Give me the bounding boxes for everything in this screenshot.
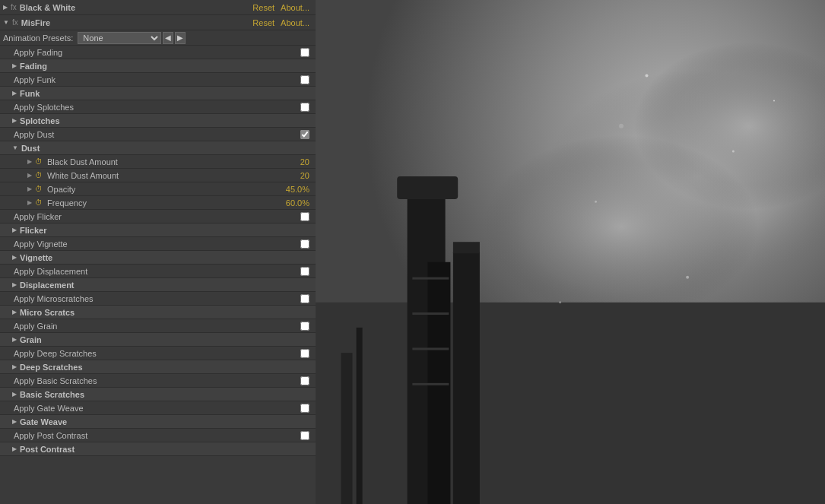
svg-point-3	[484, 135, 758, 318]
apply-dust-row: Apply Dust	[0, 128, 316, 141]
vignette-label: Vignette	[20, 253, 52, 262]
basic-scratches-expand-icon: ▶	[12, 391, 17, 398]
apply-microscratches-checkbox-cell[interactable]	[297, 294, 313, 303]
misfire-about[interactable]: About...	[278, 18, 313, 27]
svg-point-19	[686, 276, 689, 279]
black-dust-amount-label: Black Dust Amount	[46, 157, 274, 166]
effects-panel[interactable]: ▶ fx Black & White Reset About... ▼ fx M…	[0, 0, 316, 504]
apply-funk-checkbox-cell[interactable]	[297, 75, 313, 84]
grain-section[interactable]: ▶ Grain	[0, 333, 316, 347]
apply-post-contrast-row: Apply Post Contrast	[0, 429, 316, 442]
apply-dust-checkbox-cell[interactable]	[297, 130, 313, 139]
splotches-label: Splotches	[20, 116, 60, 125]
apply-dust-checkbox[interactable]	[300, 130, 309, 139]
apply-gate-weave-checkbox-cell[interactable]	[297, 404, 313, 413]
apply-deep-scratches-checkbox[interactable]	[300, 349, 309, 358]
displacement-expand-icon: ▶	[12, 281, 17, 288]
apply-post-contrast-label: Apply Post Contrast	[12, 431, 297, 440]
apply-gate-weave-checkbox[interactable]	[300, 404, 309, 413]
apply-splotches-label: Apply Splotches	[12, 103, 297, 112]
apply-fading-row: Apply Fading	[0, 46, 316, 59]
opacity-expand-icon[interactable]: ▶	[27, 185, 32, 192]
misfire-label: MisFire	[21, 18, 51, 27]
fading-label: Fading	[20, 62, 47, 71]
apply-vignette-checkbox-cell[interactable]	[297, 239, 313, 249]
apply-gate-weave-label: Apply Gate Weave	[12, 404, 297, 413]
apply-displacement-checkbox[interactable]	[300, 267, 309, 276]
basic-scratches-section[interactable]: ▶ Basic Scratches	[0, 388, 316, 401]
funk-label: Funk	[20, 89, 40, 98]
apply-vignette-checkbox[interactable]	[300, 239, 309, 249]
fading-section[interactable]: ▶ Fading	[0, 59, 316, 73]
black-dust-amount-value: 20	[274, 157, 313, 166]
apply-deep-scratches-row: Apply Deep Scratches	[0, 347, 316, 360]
apply-splotches-row: Apply Splotches	[0, 100, 316, 114]
black-white-reset[interactable]: Reset	[249, 3, 278, 12]
post-contrast-label: Post Contrast	[20, 445, 75, 454]
svg-rect-10	[412, 347, 449, 350]
apply-flicker-checkbox[interactable]	[300, 212, 309, 221]
white-dust-clock-icon[interactable]: ⏱	[34, 171, 43, 180]
deep-scratches-section[interactable]: ▶ Deep Scratches	[0, 360, 316, 374]
vignette-section[interactable]: ▶ Vignette	[0, 251, 316, 265]
misfire-reset[interactable]: Reset	[249, 18, 278, 27]
splotches-section[interactable]: ▶ Splotches	[0, 114, 316, 128]
frequency-expand-icon[interactable]: ▶	[27, 199, 32, 206]
presets-prev-btn[interactable]: ◀	[163, 32, 173, 44]
opacity-clock-icon[interactable]: ⏱	[34, 185, 43, 194]
micro-scratches-section[interactable]: ▶ Micro Scratcs	[0, 306, 316, 319]
apply-fading-checkbox[interactable]	[300, 48, 309, 57]
apply-grain-checkbox-cell[interactable]	[297, 322, 313, 331]
funk-section[interactable]: ▶ Funk	[0, 87, 316, 100]
apply-splotches-checkbox[interactable]	[300, 103, 309, 112]
apply-microscratches-label: Apply Microscratches	[12, 294, 297, 303]
gate-weave-section[interactable]: ▶ Gate Weave	[0, 415, 316, 429]
post-contrast-section[interactable]: ▶ Post Contrast	[0, 442, 316, 456]
black-white-fx-tag: fx	[11, 3, 17, 11]
white-dust-expand-icon[interactable]: ▶	[27, 172, 32, 179]
apply-post-contrast-checkbox-cell[interactable]	[297, 431, 313, 440]
svg-rect-4	[316, 303, 825, 504]
white-dust-amount-label: White Dust Amount	[46, 171, 274, 180]
frequency-label: Frequency	[46, 198, 274, 208]
black-white-about[interactable]: About...	[278, 3, 313, 12]
opacity-label: Opacity	[46, 185, 274, 194]
svg-rect-14	[341, 353, 353, 504]
dust-section[interactable]: ▼ Dust	[0, 141, 316, 155]
black-dust-expand-icon[interactable]: ▶	[27, 158, 32, 165]
apply-microscratches-checkbox[interactable]	[300, 294, 309, 303]
apply-flicker-checkbox-cell[interactable]	[297, 212, 313, 221]
apply-post-contrast-checkbox[interactable]	[300, 431, 309, 440]
apply-grain-checkbox[interactable]	[300, 322, 309, 331]
svg-rect-15	[357, 328, 363, 504]
svg-point-20	[773, 100, 775, 102]
frequency-clock-icon[interactable]: ⏱	[34, 198, 43, 208]
apply-vignette-row: Apply Vignette	[0, 237, 316, 251]
svg-point-16	[646, 74, 649, 77]
presets-next-btn[interactable]: ▶	[175, 32, 186, 44]
black-dust-clock-icon[interactable]: ⏱	[34, 157, 43, 166]
gate-weave-label: Gate Weave	[20, 417, 67, 426]
apply-funk-row: Apply Funk	[0, 73, 316, 87]
preview-area	[316, 0, 825, 504]
black-white-collapse-icon[interactable]: ▶	[3, 4, 8, 11]
apply-flicker-label: Apply Flicker	[12, 212, 297, 221]
apply-displacement-checkbox-cell[interactable]	[297, 267, 313, 276]
svg-point-22	[619, 124, 624, 128]
flicker-expand-icon: ▶	[12, 227, 17, 233]
frequency-value: 60.0%	[274, 198, 313, 208]
presets-select[interactable]: None	[78, 32, 161, 44]
white-dust-amount-row: ▶ ⏱ White Dust Amount 20	[0, 169, 316, 182]
apply-basic-scratches-checkbox[interactable]	[300, 376, 309, 385]
apply-funk-checkbox[interactable]	[300, 75, 309, 84]
apply-fading-label: Apply Fading	[12, 48, 297, 57]
apply-funk-label: Apply Funk	[12, 75, 297, 84]
frequency-row: ▶ ⏱ Frequency 60.0%	[0, 196, 316, 210]
apply-fading-checkbox-cell[interactable]	[297, 48, 313, 57]
apply-splotches-checkbox-cell[interactable]	[297, 103, 313, 112]
misfire-collapse-icon[interactable]: ▼	[3, 19, 9, 26]
apply-deep-scratches-checkbox-cell[interactable]	[297, 349, 313, 358]
displacement-section[interactable]: ▶ Displacement	[0, 278, 316, 292]
flicker-section[interactable]: ▶ Flicker	[0, 223, 316, 237]
apply-basic-scratches-checkbox-cell[interactable]	[297, 376, 313, 385]
